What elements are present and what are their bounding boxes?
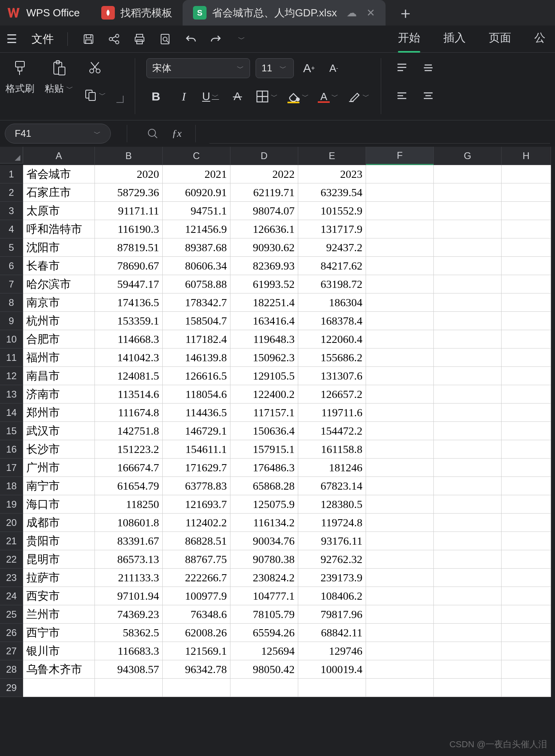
row-head-15[interactable]: 15 [0,422,23,440]
cell-A17[interactable]: 广州市 [23,459,95,477]
col-head-H[interactable]: H [502,147,551,165]
cell-D5[interactable]: 90930.62 [230,238,298,257]
cell-B25[interactable]: 74369.23 [95,605,163,624]
cell-B1[interactable]: 2020 [95,165,163,183]
cell-E17[interactable]: 181246 [298,459,366,477]
cell-F16[interactable] [366,440,434,459]
cell-H28[interactable] [502,660,551,679]
cell-F1[interactable] [366,165,434,183]
cell-H6[interactable] [502,257,551,275]
cell-C22[interactable]: 88767.75 [163,550,230,569]
row-head-8[interactable]: 8 [0,293,23,312]
cell-A16[interactable]: 长沙市 [23,440,95,459]
cell-H17[interactable] [502,459,551,477]
cell-B16[interactable]: 151223.2 [95,440,163,459]
cell-C28[interactable]: 96342.78 [163,660,230,679]
cell-F14[interactable] [366,404,434,422]
cell-B21[interactable]: 83391.67 [95,532,163,550]
row-head-25[interactable]: 25 [0,605,23,624]
cell-E8[interactable]: 186304 [298,293,366,312]
align-center-icon[interactable] [419,86,438,105]
cell-C17[interactable]: 171629.7 [163,459,230,477]
cell-B27[interactable]: 116683.3 [95,642,163,660]
cell-H27[interactable] [502,642,551,660]
cell-A24[interactable]: 西安市 [23,587,95,605]
cell-H10[interactable] [502,330,551,348]
cell-D11[interactable]: 150962.3 [230,348,298,367]
cell-H4[interactable] [502,220,551,238]
cell-D2[interactable]: 62119.71 [230,183,298,202]
cell-G20[interactable] [434,514,502,532]
cell-G9[interactable] [434,312,502,330]
cell-G24[interactable] [434,587,502,605]
cell-H18[interactable] [502,477,551,495]
cell-C25[interactable]: 76348.6 [163,605,230,624]
cell-H14[interactable] [502,404,551,422]
cell-H12[interactable] [502,367,551,385]
cell-A7[interactable]: 哈尔滨市 [23,275,95,293]
cell-A19[interactable]: 海口市 [23,495,95,514]
cell-F5[interactable] [366,238,434,257]
row-head-2[interactable]: 2 [0,183,23,202]
cell-D9[interactable]: 163416.4 [230,312,298,330]
cell-F15[interactable] [366,422,434,440]
cell-H16[interactable] [502,440,551,459]
cell-E2[interactable]: 63239.54 [298,183,366,202]
cell-D4[interactable]: 126636.1 [230,220,298,238]
cell-G16[interactable] [434,440,502,459]
cell-F6[interactable] [366,257,434,275]
cell-H7[interactable] [502,275,551,293]
cell-G5[interactable] [434,238,502,257]
cell-C18[interactable]: 63778.83 [163,477,230,495]
cell-A14[interactable]: 郑州市 [23,404,95,422]
row-head-23[interactable]: 23 [0,569,23,587]
cell-A23[interactable]: 拉萨市 [23,569,95,587]
cell-B4[interactable]: 116190.3 [95,220,163,238]
cell-A27[interactable]: 银川市 [23,642,95,660]
file-menu[interactable]: 文件 [31,32,54,47]
cell-D17[interactable]: 176486.3 [230,459,298,477]
cell-C4[interactable]: 121456.9 [163,220,230,238]
cell-H29[interactable] [502,679,551,697]
row-head-22[interactable]: 22 [0,550,23,569]
cell-A12[interactable]: 南昌市 [23,367,95,385]
cell-D23[interactable]: 230824.2 [230,569,298,587]
cell-D28[interactable]: 98050.42 [230,660,298,679]
cell-G19[interactable] [434,495,502,514]
cell-A20[interactable]: 成都市 [23,514,95,532]
cell-F10[interactable] [366,330,434,348]
clipboard-launcher-icon[interactable] [116,96,124,103]
cell-B3[interactable]: 91171.11 [95,202,163,220]
cell-H26[interactable] [502,624,551,642]
cell-H8[interactable] [502,293,551,312]
cell-E25[interactable]: 79817.96 [298,605,366,624]
cell-D19[interactable]: 125075.9 [230,495,298,514]
cell-F4[interactable] [366,220,434,238]
cell-H23[interactable] [502,569,551,587]
col-head-B[interactable]: B [95,147,163,165]
cell-B11[interactable]: 141042.3 [95,348,163,367]
cell-A25[interactable]: 兰州市 [23,605,95,624]
cell-F2[interactable] [366,183,434,202]
cell-H11[interactable] [502,348,551,367]
cell-B20[interactable]: 108601.8 [95,514,163,532]
cell-F25[interactable] [366,605,434,624]
cell-C15[interactable]: 146729.1 [163,422,230,440]
cell-B18[interactable]: 61654.79 [95,477,163,495]
cell-E11[interactable]: 155686.2 [298,348,366,367]
cell-H1[interactable] [502,165,551,183]
cell-H5[interactable] [502,238,551,257]
cell-C26[interactable]: 62008.26 [163,624,230,642]
align-left-icon[interactable] [392,86,411,105]
cell-E18[interactable]: 67823.14 [298,477,366,495]
cell-F17[interactable] [366,459,434,477]
cell-B12[interactable]: 124081.5 [95,367,163,385]
cell-G10[interactable] [434,330,502,348]
cell-A22[interactable]: 昆明市 [23,550,95,569]
hamburger-icon[interactable]: ☰ [6,32,17,46]
cell-B19[interactable]: 118250 [95,495,163,514]
cell-B17[interactable]: 166674.7 [95,459,163,477]
cell-A21[interactable]: 贵阳市 [23,532,95,550]
col-head-E[interactable]: E [298,147,366,165]
cell-G28[interactable] [434,660,502,679]
